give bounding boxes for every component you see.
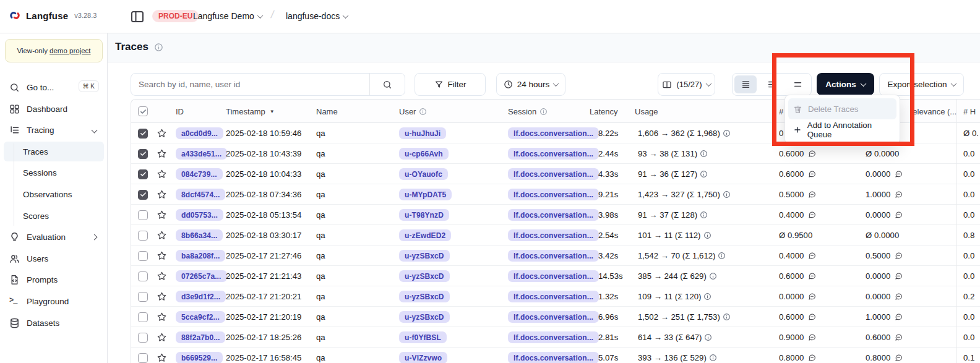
row-checkbox[interactable] — [138, 251, 148, 261]
column-header-last[interactable]: # H — [963, 100, 976, 123]
sidebar-item-prompts[interactable]: Prompts — [4, 270, 104, 290]
sidebar-toggle-button[interactable] — [130, 9, 145, 24]
row-checkbox[interactable] — [138, 190, 148, 200]
demo-project-link[interactable]: demo project — [49, 47, 90, 54]
row-checkbox[interactable] — [138, 231, 148, 241]
user-id-badge[interactable]: u-cp66Avh — [399, 148, 449, 160]
comment-bubble-icon[interactable] — [808, 190, 816, 199]
user-id-badge[interactable]: u-yzSBxcD — [399, 270, 450, 282]
user-id-badge[interactable]: u-yzSBxcD — [399, 311, 450, 323]
comment-bubble-icon[interactable] — [895, 211, 903, 219]
info-icon[interactable] — [703, 293, 711, 301]
trace-id-badge[interactable]: d3e9d1f2... — [176, 291, 226, 302]
bookmark-star-icon[interactable] — [157, 352, 167, 363]
info-icon[interactable] — [709, 354, 717, 362]
comment-bubble-icon[interactable] — [808, 252, 816, 260]
trace-id-badge[interactable]: a433de51... — [176, 148, 227, 160]
session-id-badge[interactable]: lf.docs.conversation... — [508, 168, 599, 180]
breadcrumb-org[interactable]: Langfuse Demo — [193, 11, 262, 21]
user-id-badge[interactable]: u-f0YfBSL — [399, 331, 447, 343]
column-header-id[interactable]: ID — [176, 100, 184, 123]
info-icon[interactable] — [154, 43, 163, 52]
row-height-medium-button[interactable] — [760, 75, 783, 93]
search-input[interactable] — [131, 74, 369, 95]
comment-bubble-icon[interactable] — [895, 313, 903, 321]
menu-item-add-to-annotation-queue[interactable]: Add to Annotation Queue — [788, 119, 896, 140]
column-header-latency[interactable]: Latency — [590, 100, 618, 123]
info-icon[interactable] — [700, 150, 708, 158]
column-visibility-button[interactable]: (15/27) — [658, 73, 715, 96]
bookmark-star-icon[interactable] — [157, 169, 167, 179]
row-checkbox[interactable] — [138, 353, 148, 363]
user-id-badge[interactable]: u-OYauofc — [399, 168, 448, 180]
table-row[interactable]: ba8a208f...2025-02-17 21:27:46qau-yzSBxc… — [131, 246, 980, 266]
session-id-badge[interactable]: lf.docs.conversation... — [508, 250, 599, 262]
time-range-button[interactable]: 24 hours — [496, 73, 565, 96]
row-checkbox[interactable] — [138, 333, 148, 343]
table-row[interactable]: b669529...2025-02-17 16:58:45qau-VIZzvwo… — [131, 348, 980, 363]
bookmark-star-icon[interactable] — [157, 148, 167, 159]
row-checkbox[interactable] — [138, 292, 148, 302]
row-checkbox[interactable] — [138, 271, 148, 281]
comment-bubble-icon[interactable] — [808, 211, 816, 219]
comment-bubble-icon[interactable] — [895, 333, 903, 341]
info-icon[interactable] — [704, 333, 712, 341]
sidebar-item-go-to[interactable]: Go to... ⌘ K — [4, 77, 104, 97]
sidebar-item-tracing[interactable]: Tracing — [4, 121, 104, 140]
sidebar-item-observations[interactable]: Observations — [4, 184, 104, 204]
session-id-badge[interactable]: lf.docs.conversation... — [508, 311, 599, 323]
actions-button[interactable]: Actions — [817, 73, 874, 95]
session-id-badge[interactable]: lf.docs.conversation... — [508, 352, 599, 363]
row-checkbox[interactable] — [138, 210, 148, 220]
bookmark-star-icon[interactable] — [157, 312, 167, 322]
comment-bubble-icon[interactable] — [808, 293, 816, 301]
table-row[interactable]: 07265c7a...2025-02-17 21:21:43qau-yzSBxc… — [131, 266, 980, 286]
table-row[interactable]: 8b66a34...2025-02-18 03:30:17qau-zEwdED2… — [131, 225, 980, 246]
info-icon[interactable] — [723, 129, 731, 137]
user-id-badge[interactable]: u-huJhuJi — [399, 127, 446, 139]
session-id-badge[interactable]: lf.docs.conversation... — [508, 189, 599, 200]
trace-id-badge[interactable]: 07265c7a... — [176, 270, 227, 282]
bookmark-star-icon[interactable] — [157, 291, 167, 302]
session-id-badge[interactable]: lf.docs.conversation... — [508, 209, 599, 221]
row-height-small-button[interactable] — [734, 75, 757, 93]
bookmark-star-icon[interactable] — [157, 189, 167, 200]
comment-bubble-icon[interactable] — [808, 354, 816, 362]
session-id-badge[interactable]: lf.docs.conversation... — [508, 127, 599, 139]
trace-id-badge[interactable]: 8b66a34... — [176, 229, 223, 241]
info-icon[interactable] — [723, 313, 731, 321]
menu-item-delete-traces[interactable]: Delete Traces — [788, 98, 896, 119]
sidebar-item-evaluation[interactable]: Evaluation — [4, 228, 104, 247]
bookmark-star-icon[interactable] — [157, 271, 167, 281]
sidebar-item-playground[interactable]: >_Playground — [4, 291, 104, 311]
comment-bubble-icon[interactable] — [895, 272, 903, 280]
session-id-badge[interactable]: lf.docs.conversation... — [508, 270, 599, 282]
export-selection-button[interactable]: Export selection — [879, 73, 964, 96]
comment-bubble-icon[interactable] — [895, 170, 903, 178]
info-icon[interactable] — [700, 170, 708, 178]
comment-bubble-icon[interactable] — [895, 190, 903, 199]
info-icon[interactable] — [709, 272, 717, 280]
table-row[interactable]: d3e9d1f2...2025-02-17 21:20:21qau-yzSBxc… — [131, 286, 980, 307]
bookmark-star-icon[interactable] — [157, 230, 167, 241]
bookmark-star-icon[interactable] — [157, 210, 167, 220]
user-id-badge[interactable]: u-yzSBxcD — [399, 291, 450, 302]
comment-bubble-icon[interactable] — [895, 293, 903, 301]
comment-bubble-icon[interactable] — [895, 354, 903, 362]
column-header-score1[interactable]: # — [779, 100, 783, 123]
sidebar-item-sessions[interactable]: Sessions — [4, 163, 104, 183]
session-id-badge[interactable]: lf.docs.conversation... — [508, 291, 599, 302]
column-header-usage[interactable]: Usage — [635, 100, 658, 123]
info-icon[interactable] — [703, 231, 711, 239]
user-id-badge[interactable]: u-zEwdED2 — [399, 229, 451, 241]
bookmark-star-icon[interactable] — [157, 250, 167, 261]
comment-bubble-icon[interactable] — [808, 170, 816, 178]
user-id-badge[interactable]: u-MYpDAT5 — [399, 189, 452, 200]
table-row[interactable]: 88f2a7b0...2025-02-17 18:25:26qau-f0YfBS… — [131, 327, 980, 348]
row-checkbox[interactable] — [138, 149, 148, 159]
bookmark-star-icon[interactable] — [157, 128, 167, 139]
column-header-timestamp[interactable]: Timestamp▼ — [226, 100, 275, 123]
session-id-badge[interactable]: lf.docs.conversation... — [508, 148, 599, 160]
row-height-large-button[interactable] — [787, 75, 809, 93]
select-all-checkbox[interactable] — [138, 106, 148, 116]
